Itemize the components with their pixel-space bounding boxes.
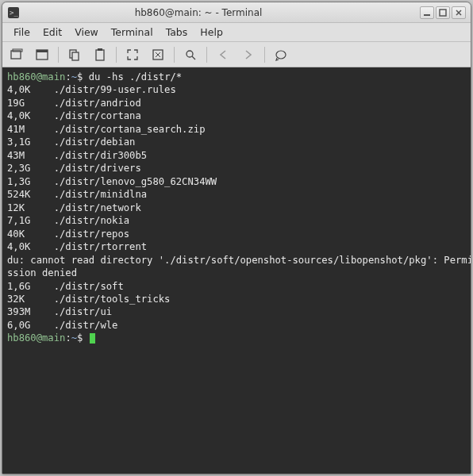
help-icon[interactable] <box>270 44 292 65</box>
svg-rect-9 <box>72 52 79 60</box>
close-button[interactable] <box>452 6 466 19</box>
output-line: 4,0K ./distr/rtorrent <box>7 240 466 253</box>
prompt-path: ~ <box>71 71 77 83</box>
minimize-button[interactable] <box>420 6 434 19</box>
menu-help[interactable]: Help <box>194 25 229 40</box>
new-tab-icon[interactable] <box>6 44 28 65</box>
output-line: 32K ./distr/tools_tricks <box>7 293 466 305</box>
paste-icon[interactable] <box>89 44 111 65</box>
menubar: File Edit View Terminal Tabs Help <box>2 23 471 42</box>
separator <box>116 47 117 63</box>
menu-file[interactable]: File <box>7 25 37 40</box>
maximize-button[interactable] <box>436 6 450 19</box>
copy-icon[interactable] <box>63 44 86 65</box>
titlebar: >_ hb860@main: ~ - Terminal <box>2 2 471 23</box>
output-line: 3,1G ./distr/debian <box>7 136 466 148</box>
zoom-icon[interactable] <box>147 44 169 65</box>
output-line: 41M ./distr/cortana_search.zip <box>7 123 466 136</box>
app-icon: >_ <box>7 6 20 19</box>
svg-rect-7 <box>37 50 48 52</box>
svg-rect-11 <box>98 48 102 51</box>
output-line: 7,1G ./distr/nokia <box>7 214 466 227</box>
prompt-user-host: hb860@main <box>7 332 65 344</box>
svg-rect-3 <box>440 10 446 16</box>
separator <box>174 47 175 63</box>
terminal-window: >_ hb860@main: ~ - Terminal File Edit Vi… <box>2 2 471 474</box>
terminal-output[interactable]: hb860@main:~$ du -hs ./distr/*4,0K ./dis… <box>2 67 471 474</box>
output-line: 6,0G ./distr/wle <box>7 319 466 332</box>
next-icon[interactable] <box>237 44 260 65</box>
separator <box>206 47 207 63</box>
output-line: 12K ./distr/network <box>7 202 466 214</box>
prev-icon[interactable] <box>212 44 234 65</box>
separator <box>264 47 265 63</box>
svg-point-13 <box>187 51 193 57</box>
menu-tabs[interactable]: Tabs <box>160 25 194 40</box>
output-line: 1,6G ./distr/soft <box>7 280 466 293</box>
new-window-icon[interactable] <box>31 44 53 65</box>
prompt-line-empty: hb860@main:~$ <box>7 332 466 344</box>
menu-edit[interactable]: Edit <box>37 25 68 40</box>
command-text: du -hs ./distr/* <box>89 71 182 83</box>
prompt-path: ~ <box>71 332 77 344</box>
prompt-suffix: $ <box>77 332 83 344</box>
prompt-suffix: $ <box>77 71 83 83</box>
window-title: hb860@main: ~ - Terminal <box>25 7 372 18</box>
prompt-line: hb860@main:~$ du -hs ./distr/* <box>7 71 466 83</box>
output-line: du: cannot read directory './distr/soft/… <box>7 254 466 267</box>
output-line: 19G ./distr/andriod <box>7 97 466 109</box>
svg-text:>_: >_ <box>10 9 18 17</box>
separator <box>58 47 59 63</box>
svg-point-14 <box>276 51 286 59</box>
menu-terminal[interactable]: Terminal <box>105 25 160 40</box>
fullscreen-icon[interactable] <box>121 44 144 65</box>
window-controls <box>420 6 466 19</box>
svg-rect-2 <box>424 14 430 16</box>
menu-view[interactable]: View <box>68 25 105 40</box>
prompt-user-host: hb860@main <box>7 71 65 83</box>
output-line: 2,3G ./distr/drivers <box>7 162 466 175</box>
output-line: 393M ./distr/ui <box>7 305 466 318</box>
find-icon[interactable] <box>179 44 202 65</box>
svg-rect-10 <box>96 50 104 60</box>
output-line: 524K ./distr/minidlna <box>7 188 466 201</box>
cursor <box>90 333 95 344</box>
toolbar <box>2 42 471 67</box>
output-line: ssion denied <box>7 267 466 279</box>
output-line: 4,0K ./distr/99-user.rules <box>7 83 466 96</box>
output-line: 1,3G ./distr/lenovo_g580_62CN34WW <box>7 175 466 188</box>
output-line: 4,0K ./distr/cortana <box>7 109 466 122</box>
output-line: 40K ./distr/repos <box>7 228 466 240</box>
output-line: 43M ./distr/dir300b5 <box>7 149 466 162</box>
